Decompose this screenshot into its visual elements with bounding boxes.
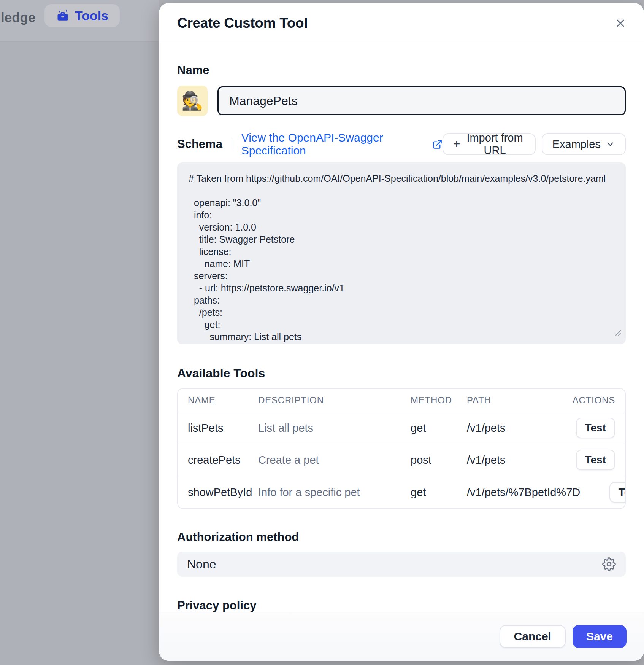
- table-row: showPetById Info for a specific pet get …: [178, 476, 625, 508]
- tool-description: Create a pet: [258, 454, 411, 466]
- column-header-method: METHOD: [411, 395, 467, 406]
- tool-description: Info for a specific pet: [258, 486, 411, 499]
- openapi-spec-link-label: View the OpenAPI-Swagger Specification: [241, 131, 428, 157]
- schema-actions: + Import from URL Examples: [443, 133, 626, 155]
- vertical-divider: [232, 138, 232, 150]
- app-header-band: ledge Tools: [0, 0, 159, 42]
- modal-header: Create Custom Tool: [159, 3, 644, 42]
- tab-tools-label: Tools: [75, 8, 108, 23]
- tab-tools[interactable]: Tools: [44, 4, 120, 27]
- create-custom-tool-modal: Create Custom Tool Name 🕵️ Schema View t…: [159, 3, 644, 661]
- modal-title: Create Custom Tool: [177, 15, 308, 31]
- toolbox-icon: [56, 9, 70, 22]
- chevron-down-icon: [605, 139, 615, 149]
- column-header-description: DESCRIPTION: [258, 395, 411, 406]
- examples-label: Examples: [552, 138, 601, 151]
- tool-name: showPetById: [188, 486, 258, 499]
- tool-method: get: [411, 422, 467, 434]
- schema-label: Schema: [177, 137, 222, 151]
- table-header-row: NAME DESCRIPTION METHOD PATH ACTIONS: [178, 389, 625, 412]
- tool-path: /v1/pets: [467, 454, 547, 466]
- cancel-button[interactable]: Cancel: [500, 625, 566, 648]
- examples-dropdown[interactable]: Examples: [542, 133, 626, 155]
- tool-name-input[interactable]: [217, 86, 626, 115]
- schema-textarea[interactable]: # Taken from https://github.com/OAI/Open…: [177, 162, 626, 344]
- tool-name: createPets: [188, 454, 258, 466]
- available-tools-heading: Available Tools: [177, 366, 626, 380]
- gear-icon[interactable]: [602, 557, 616, 571]
- test-button[interactable]: Test: [576, 450, 615, 470]
- tool-method: post: [411, 454, 467, 466]
- privacy-policy-heading: Privacy policy: [177, 599, 626, 612]
- test-button[interactable]: Test: [576, 418, 615, 438]
- external-link-icon: [432, 139, 443, 150]
- test-button[interactable]: Test: [609, 482, 626, 503]
- tab-knowledge-partial[interactable]: ledge: [1, 10, 35, 25]
- schema-row: Schema View the OpenAPI-Swagger Specific…: [177, 131, 626, 157]
- authorization-method-value: None: [187, 557, 216, 571]
- tool-name: listPets: [188, 422, 258, 434]
- import-from-url-label: Import from URL: [465, 132, 525, 157]
- authorization-method-heading: Authorization method: [177, 530, 626, 544]
- modal-footer: Cancel Save: [159, 612, 644, 661]
- plus-icon: +: [453, 138, 460, 150]
- table-row: listPets List all pets get /v1/pets Test: [178, 412, 625, 444]
- column-header-name: NAME: [188, 395, 258, 406]
- close-icon[interactable]: [613, 16, 628, 31]
- available-tools-table: NAME DESCRIPTION METHOD PATH ACTIONS lis…: [177, 388, 626, 509]
- resize-handle-icon[interactable]: [613, 328, 622, 338]
- table-row: createPets Create a pet post /v1/pets Te…: [178, 444, 625, 476]
- detective-emoji-icon: 🕵️: [181, 91, 203, 111]
- column-header-actions: ACTIONS: [573, 395, 615, 406]
- column-header-path: PATH: [467, 395, 547, 406]
- tool-path: /v1/pets: [467, 422, 547, 434]
- authorization-method-field[interactable]: None: [177, 552, 626, 577]
- save-button[interactable]: Save: [573, 625, 627, 648]
- name-row: 🕵️: [177, 86, 626, 116]
- tool-icon-picker[interactable]: 🕵️: [177, 86, 208, 116]
- tool-method: get: [411, 486, 467, 499]
- openapi-spec-link[interactable]: View the OpenAPI-Swagger Specification: [241, 131, 443, 157]
- modal-body: Name 🕵️ Schema View the OpenAPI-Swagger …: [159, 64, 644, 639]
- tool-description: List all pets: [258, 422, 411, 434]
- import-from-url-button[interactable]: + Import from URL: [443, 133, 536, 155]
- name-label: Name: [177, 64, 626, 77]
- tool-path: /v1/pets/%7BpetId%7D: [467, 486, 580, 499]
